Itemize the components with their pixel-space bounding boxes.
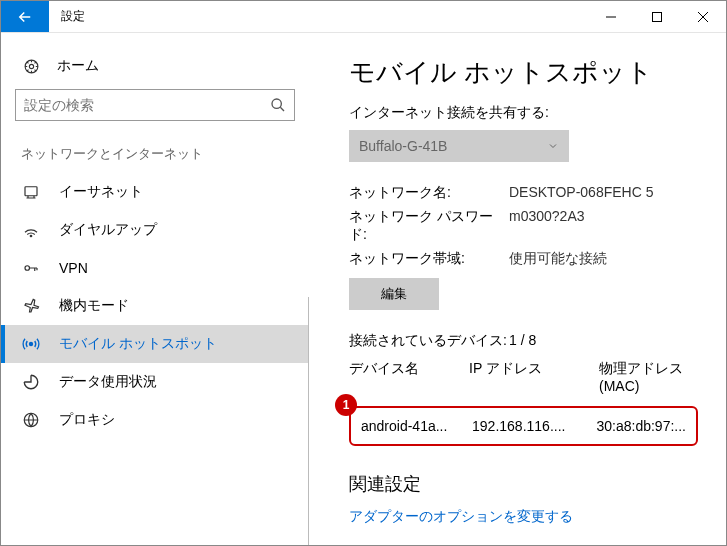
sidebar-item-vpn[interactable]: VPN bbox=[1, 249, 309, 287]
svg-rect-4 bbox=[25, 187, 37, 196]
sidebar-item-label: VPN bbox=[59, 260, 88, 276]
svg-point-5 bbox=[30, 235, 32, 237]
device-name-cell: android-41a... bbox=[361, 418, 472, 434]
device-table-header: デバイス名 IP アドレス 物理アドレス (MAC) bbox=[349, 360, 698, 394]
sidebar-item-hotspot[interactable]: モバイル ホットスポット bbox=[1, 325, 309, 363]
devices-count: 1 / 8 bbox=[509, 332, 536, 350]
sidebar-item-datausage[interactable]: データ使用状況 bbox=[1, 363, 309, 401]
maximize-icon bbox=[652, 12, 662, 22]
back-button[interactable] bbox=[1, 1, 49, 32]
sidebar-item-ethernet[interactable]: イーサネット bbox=[1, 173, 309, 211]
sidebar: ホーム ネットワークとインターネット イーサネット ダイヤルアップ bbox=[1, 33, 309, 545]
ethernet-icon bbox=[21, 183, 41, 201]
sidebar-item-label: モバイル ホットスポット bbox=[59, 335, 217, 353]
svg-point-7 bbox=[30, 343, 33, 346]
network-info: ネットワーク名: DESKTOP-068FEHC 5 ネットワーク パスワード:… bbox=[349, 184, 698, 268]
maximize-button[interactable] bbox=[634, 1, 680, 32]
svg-point-3 bbox=[272, 99, 281, 108]
svg-point-2 bbox=[29, 64, 33, 68]
section-label: ネットワークとインターネット bbox=[1, 139, 309, 173]
svg-point-6 bbox=[25, 266, 30, 271]
col-device-name: デバイス名 bbox=[349, 360, 469, 394]
window-controls bbox=[588, 1, 726, 32]
data-usage-icon bbox=[21, 373, 41, 391]
sidebar-item-proxy[interactable]: プロキシ bbox=[1, 401, 309, 439]
home-icon bbox=[21, 58, 41, 75]
sidebar-item-label: データ使用状況 bbox=[59, 373, 157, 391]
body: ホーム ネットワークとインターネット イーサネット ダイヤルアップ bbox=[1, 33, 726, 545]
search-input[interactable] bbox=[24, 97, 270, 113]
sidebar-item-label: ダイヤルアップ bbox=[59, 221, 157, 239]
network-band-label: ネットワーク帯域: bbox=[349, 250, 509, 268]
minimize-button[interactable] bbox=[588, 1, 634, 32]
device-row-callout: 1 android-41a... 192.168.116.... 30:a8:d… bbox=[349, 406, 698, 446]
search-icon bbox=[270, 97, 286, 113]
devices-label: 接続されているデバイス: bbox=[349, 332, 509, 350]
edit-button-label: 編集 bbox=[381, 285, 407, 303]
chevron-down-icon bbox=[547, 140, 559, 152]
svg-rect-0 bbox=[653, 12, 662, 21]
connection-select[interactable]: Buffalo-G-41B bbox=[349, 130, 569, 162]
col-mac-address: 物理アドレス (MAC) bbox=[599, 360, 698, 394]
device-row[interactable]: android-41a... 192.168.116.... 30:a8:db:… bbox=[349, 406, 698, 446]
vpn-icon bbox=[21, 259, 41, 277]
titlebar: 設定 bbox=[1, 1, 726, 33]
network-band-value: 使用可能な接続 bbox=[509, 250, 698, 268]
col-ip-address: IP アドレス bbox=[469, 360, 599, 394]
network-pass-value: m0300?2A3 bbox=[509, 208, 698, 244]
settings-window: 設定 ホーム bbox=[0, 0, 727, 546]
home-label: ホーム bbox=[57, 57, 99, 75]
device-ip-cell: 192.168.116.... bbox=[472, 418, 596, 434]
network-name-label: ネットワーク名: bbox=[349, 184, 509, 202]
sidebar-item-label: イーサネット bbox=[59, 183, 143, 201]
sidebar-item-dialup[interactable]: ダイヤルアップ bbox=[1, 211, 309, 249]
close-button[interactable] bbox=[680, 1, 726, 32]
network-pass-label: ネットワーク パスワード: bbox=[349, 208, 509, 244]
home-nav[interactable]: ホーム bbox=[1, 49, 309, 89]
search-box[interactable] bbox=[15, 89, 295, 121]
connection-value: Buffalo-G-41B bbox=[359, 138, 447, 154]
arrow-left-icon bbox=[16, 8, 34, 26]
minimize-icon bbox=[606, 12, 616, 22]
sidebar-separator bbox=[308, 297, 309, 545]
sidebar-item-label: 機内モード bbox=[59, 297, 129, 315]
network-name-value: DESKTOP-068FEHC 5 bbox=[509, 184, 698, 202]
hotspot-icon bbox=[21, 335, 41, 353]
sidebar-item-label: プロキシ bbox=[59, 411, 115, 429]
device-mac-cell: 30:a8:db:97:... bbox=[596, 418, 686, 434]
share-label: インターネット接続を共有する: bbox=[349, 104, 698, 122]
close-icon bbox=[698, 12, 708, 22]
dialup-icon bbox=[21, 221, 41, 239]
sidebar-item-airplane[interactable]: 機内モード bbox=[1, 287, 309, 325]
devices-header: 接続されているデバイス: 1 / 8 bbox=[349, 332, 698, 350]
edit-button[interactable]: 編集 bbox=[349, 278, 439, 310]
window-title: 設定 bbox=[49, 1, 588, 32]
annotation-badge: 1 bbox=[335, 394, 357, 416]
proxy-icon bbox=[21, 411, 41, 429]
airplane-icon bbox=[21, 297, 41, 315]
adapter-options-link[interactable]: アダプターのオプションを変更する bbox=[349, 508, 698, 526]
content-pane: モバイル ホットスポット インターネット接続を共有する: Buffalo-G-4… bbox=[309, 33, 726, 545]
page-title: モバイル ホットスポット bbox=[349, 55, 698, 90]
related-settings-heading: 関連設定 bbox=[349, 472, 698, 496]
